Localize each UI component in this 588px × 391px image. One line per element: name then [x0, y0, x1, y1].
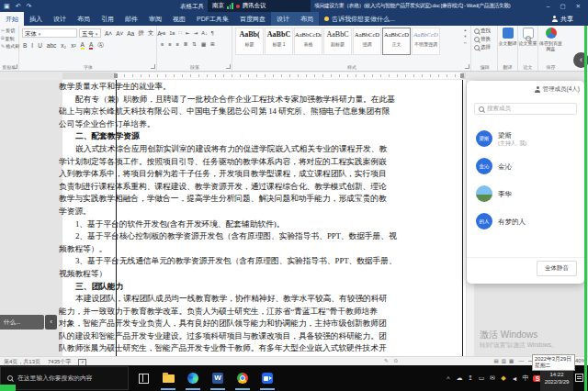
ribbon-tab[interactable]: 审阅: [143, 12, 167, 26]
font-format-icon[interactable]: abc: [47, 42, 56, 49]
dialog-launcher-icon[interactable]: [226, 64, 231, 69]
ribbon-tab[interactable]: 布局: [295, 12, 319, 26]
paragraph-align-icon[interactable]: ▦: [201, 41, 206, 47]
full-translate-button[interactable]: 全文翻译: [498, 28, 517, 46]
tray-icon[interactable]: ▭: [478, 374, 485, 382]
dialog-launcher-icon[interactable]: [465, 64, 469, 69]
ribbon-tab[interactable]: 设计: [271, 12, 295, 26]
clipboard-button[interactable]: ⧉复制: [0, 33, 18, 41]
tray-icon[interactable]: ↥: [467, 374, 474, 382]
font-tool-icon[interactable]: Aa: [127, 30, 134, 37]
meeting-status-pill[interactable]: 南京 腾讯会议: [208, 0, 311, 12]
tray-icon[interactable]: ◄: [511, 375, 518, 382]
font-format-icon[interactable]: x₂: [61, 42, 66, 49]
taskbar-search-input[interactable]: 在这里输入你要搜索的内容: [0, 366, 129, 390]
paragraph-align-icon[interactable]: ≣: [184, 41, 188, 47]
mute-all-button[interactable]: 全体静音: [537, 261, 577, 276]
paragraph-tool-icon[interactable]: •≡: [161, 30, 165, 36]
taskbar-app-button[interactable]: [134, 366, 153, 390]
member-row[interactable]: 梁斯 梁斯 (主持人, 我): [467, 125, 584, 152]
style-gallery-item[interactable]: AaBb( 标题: [235, 28, 264, 55]
collapse-chevron-icon[interactable]: ‹: [45, 315, 57, 330]
ribbon-tab[interactable]: 邮件: [119, 12, 143, 26]
font-format-icon[interactable]: B: [23, 42, 27, 49]
paper-check-button[interactable]: 论文查重: [518, 28, 537, 46]
style-gallery-item[interactable]: AaBbCcD 不明显强调: [412, 28, 440, 55]
style-gallery-item[interactable]: AaBbC 副标题: [323, 28, 352, 55]
clipboard-button[interactable]: ✎格式刷: [0, 41, 18, 49]
qat-icon[interactable]: ↶: [16, 3, 21, 10]
taskbar-app-button[interactable]: [184, 366, 202, 390]
editing-button[interactable]: 选择: [472, 42, 497, 50]
paragraph-align-icon[interactable]: ≡: [161, 41, 164, 47]
ribbon-tab[interactable]: 插入: [24, 12, 48, 26]
paragraph-tool-icon[interactable]: ¶: [211, 30, 214, 36]
font-format-icon[interactable]: Ⓐ: [97, 41, 104, 50]
zoom-out-button[interactable]: —: [518, 358, 524, 363]
paragraph-align-icon[interactable]: ≡: [175, 41, 178, 47]
taskbar-app-button[interactable]: W: [209, 366, 227, 390]
tray-icon[interactable]: ◆: [500, 374, 507, 382]
paragraph-tool-icon[interactable]: ⸬: [178, 29, 182, 36]
ribbon-tab[interactable]: 布局: [72, 12, 96, 26]
paragraph-align-icon[interactable]: ⇅: [192, 41, 197, 47]
manage-members-header[interactable]: 管理成员(4人): [535, 85, 580, 94]
paragraph-tool-icon[interactable]: ⇤: [186, 30, 190, 36]
taskbar-app-button[interactable]: [159, 366, 177, 390]
font-format-icon[interactable]: A: [81, 41, 85, 50]
paragraph-align-icon[interactable]: ≡: [168, 41, 171, 47]
ribbon-tab[interactable]: 百度网盘: [234, 12, 271, 26]
style-gallery-item[interactable]: AaBbC 标题 1: [265, 28, 293, 55]
floating-widget[interactable]: 什么... ‹: [0, 315, 57, 330]
font-tool-icon[interactable]: A˄: [105, 30, 112, 37]
style-gallery-item[interactable]: AaBbCcD 正文: [382, 28, 411, 55]
clipboard-button[interactable]: ✂剪切: [0, 26, 18, 33]
ribbon-tab[interactable]: PDF工具集: [191, 12, 234, 26]
font-format-icon[interactable]: I: [31, 42, 33, 49]
paragraph-align-icon[interactable]: ⊞: [210, 41, 215, 47]
view-mode-icon[interactable]: ▥: [502, 358, 506, 363]
member-row[interactable]: 金沁 金沁: [467, 152, 584, 180]
font-tool-icon[interactable]: A˅: [116, 30, 123, 37]
qat-icon[interactable]: ↷: [27, 3, 32, 10]
tray-icon[interactable]: 中: [522, 374, 529, 383]
member-row[interactable]: 李华: [467, 180, 584, 207]
qat-icon[interactable]: ▣: [4, 3, 10, 10]
ribbon-tab[interactable]: 开始: [0, 12, 24, 26]
font-size-combobox[interactable]: 五号 ▾: [79, 28, 101, 38]
ribbon-tab[interactable]: 视图: [167, 12, 191, 26]
font-tool-icon[interactable]: 拼: [138, 29, 144, 38]
dialog-launcher-icon[interactable]: [151, 64, 155, 69]
font-tool-icon[interactable]: 文: [148, 29, 154, 38]
font-format-icon[interactable]: x²: [71, 42, 75, 49]
view-mode-icon[interactable]: ▤: [494, 358, 499, 363]
ribbon-tab[interactable]: 引用: [96, 12, 119, 26]
maximize-button[interactable]: ▢: [560, 3, 565, 10]
taskbar-app-button[interactable]: [258, 366, 277, 390]
style-gallery-item[interactable]: AaBbCcDd 表格: [294, 28, 322, 55]
font-name-combobox[interactable]: 宋体 ▾: [22, 28, 77, 38]
share-button[interactable]: 共享: [551, 12, 573, 26]
taskbar-app-button[interactable]: [233, 366, 252, 390]
tray-icon[interactable]: ^: [445, 375, 452, 382]
view-mode-icon[interactable]: ▦: [509, 358, 514, 363]
minimize-button[interactable]: –: [547, 3, 550, 9]
dialog-launcher-icon[interactable]: [13, 64, 17, 69]
close-button[interactable]: ✕: [576, 3, 581, 10]
paragraph-tool-icon[interactable]: ⇥: [194, 30, 198, 36]
font-format-icon[interactable]: U: [38, 42, 42, 49]
paragraph-tool-icon[interactable]: 1≡: [169, 30, 175, 36]
tray-icon[interactable]: ✉: [489, 374, 496, 382]
member-row[interactable]: 的人 有梦的人: [467, 207, 584, 235]
tell-me-box[interactable]: 告诉我你想要做什么...: [319, 12, 401, 26]
status-extra-icon[interactable]: ✎: [384, 358, 389, 363]
left-indent-marker[interactable]: [114, 73, 118, 78]
status-extra-icon[interactable]: ⊙: [394, 358, 399, 363]
tray-icon[interactable]: ☁: [456, 374, 463, 382]
paragraph-tool-icon[interactable]: A↓: [201, 30, 207, 36]
action-center-icon[interactable]: [575, 374, 583, 382]
editing-button[interactable]: 查找: [472, 26, 497, 34]
editing-button[interactable]: 替换: [472, 34, 497, 42]
member-search-input[interactable]: 搜索成员: [474, 103, 577, 115]
right-indent-marker[interactable]: [460, 73, 464, 78]
